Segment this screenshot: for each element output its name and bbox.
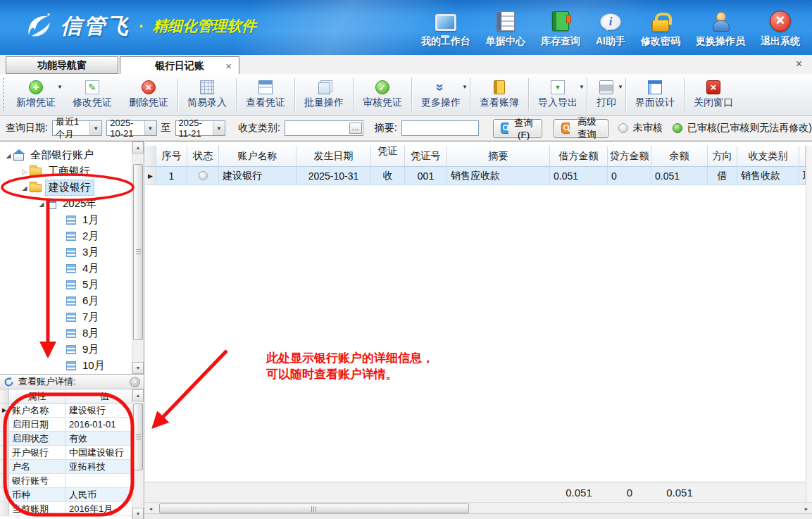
audit-voucher-button[interactable]: 审核凭证 <box>354 74 411 115</box>
date-preset-select[interactable]: 最近1个月 ▼ <box>52 120 102 136</box>
col-header-status[interactable]: 状态 <box>187 146 219 167</box>
tree-item-month-9[interactable]: 9月 <box>0 342 144 358</box>
simple-entry-button[interactable]: 简易录入 <box>179 74 235 115</box>
date-to-dropdown-icon[interactable]: ▼ <box>213 121 225 135</box>
tree-item-icbc[interactable]: 工商银行 <box>0 163 144 180</box>
tree-item-month-2[interactable]: 2月 <box>0 228 144 244</box>
exit-system-button[interactable]: 退出系统 <box>753 8 808 49</box>
col-header-summary[interactable]: 摘要 <box>447 146 550 167</box>
query-button[interactable]: 查询(F) <box>493 119 542 138</box>
scroll-left-icon[interactable]: ◄ <box>145 503 156 514</box>
print-button[interactable]: 打印 ▼ <box>588 74 625 115</box>
import-export-dropdown-caret[interactable]: ▼ <box>579 84 585 90</box>
delete-voucher-button[interactable]: 删除凭证 <box>120 74 177 115</box>
tree-item-month-6[interactable]: 6月 <box>0 293 144 309</box>
category-label: 收支类别: <box>238 122 280 135</box>
tree-scrollbar-thumb[interactable] <box>133 164 143 340</box>
add-voucher-dropdown-caret[interactable]: ▼ <box>57 84 63 90</box>
detail-row-current-period[interactable]: 当前账期 2016年1月 <box>0 502 144 516</box>
detail-row-currency[interactable]: 币种 人民币 <box>0 488 144 502</box>
date-to-picker[interactable]: 2025-11-21 ▼ <box>175 120 225 136</box>
category-more-icon[interactable]: … <box>349 123 362 134</box>
tree-item-month-3[interactable]: 3月 <box>0 244 144 261</box>
view-ledger-button[interactable]: 查看账簿 <box>471 74 527 115</box>
close-window-button[interactable]: 关闭窗口 <box>685 74 742 115</box>
tree-scrollbar[interactable]: ▲ ▼ <box>132 142 144 374</box>
date-from-dropdown-icon[interactable]: ▼ <box>144 121 156 135</box>
add-voucher-button[interactable]: 新增凭证 ▼ <box>8 74 64 115</box>
expander-icon[interactable] <box>20 185 30 192</box>
tab-function-navigator-label: 功能导航窗 <box>37 59 87 72</box>
tree-scroll-up-icon[interactable]: ▲ <box>132 142 144 154</box>
detail-scroll-down-icon[interactable]: ▼ <box>132 508 144 519</box>
change-password-button[interactable]: 修改密码 <box>633 8 688 49</box>
scroll-right-icon[interactable]: ► <box>801 503 812 514</box>
tree-item-month-8[interactable]: 8月 <box>0 325 144 342</box>
audited-legend: 已审核(已审核则无法再修改) <box>673 122 812 135</box>
col-header-credit[interactable]: 贷方金额 <box>608 146 651 167</box>
more-actions-button[interactable]: 更多操作 ▼ <box>413 74 469 115</box>
col-header-category[interactable]: 收支类别 <box>737 146 799 167</box>
tab-function-navigator[interactable]: 功能导航窗 <box>6 56 118 74</box>
detail-row-status[interactable]: 启用状态 有效 <box>0 432 144 446</box>
toolbar-separator <box>684 78 685 111</box>
col-header-voucher-no[interactable]: 凭证号 <box>405 146 447 167</box>
col-header-date[interactable]: 发生日期 <box>296 146 371 167</box>
switch-operator-button[interactable]: 更换操作员 <box>688 8 753 49</box>
date-preset-dropdown-icon[interactable]: ▼ <box>89 121 101 135</box>
detail-row-account-name[interactable]: ▶ 账户名称 建设银行 <box>0 404 144 418</box>
tree-item-month-7[interactable]: 7月 <box>0 309 144 325</box>
detail-row-start-date[interactable]: 启用日期 2016-01-01 <box>0 418 144 432</box>
date-from-picker[interactable]: 2025-10-21 ▼ <box>106 120 156 136</box>
inventory-query-button[interactable]: 库存查询 <box>533 8 588 49</box>
col-header-voucher-type[interactable]: 凭证 <box>371 146 405 167</box>
journal-row-1[interactable]: ▶ 1 建设银行 2025-10-31 收 001 销售应收款 0.051 0 … <box>145 167 806 185</box>
ui-design-button[interactable]: 界面设计 <box>627 74 683 115</box>
expander-icon[interactable] <box>4 152 13 159</box>
tree-item-ccb[interactable]: 建设银行 <box>0 180 144 196</box>
col-header-seq[interactable]: 序号 <box>156 146 187 167</box>
toolbar-separator <box>236 78 237 111</box>
expander-icon[interactable] <box>37 201 46 208</box>
col-header-debit[interactable]: 借方金额 <box>550 146 608 167</box>
more-actions-dropdown-caret[interactable]: ▼ <box>462 84 468 90</box>
col-header-direction[interactable]: 方向 <box>708 146 737 167</box>
print-dropdown-caret[interactable]: ▼ <box>618 84 623 90</box>
tree-scroll-down-icon[interactable]: ▼ <box>132 362 144 374</box>
batch-operation-button[interactable]: 批量操作 <box>296 74 352 115</box>
tree-item-all-bank-accounts[interactable]: 全部银行账户 <box>0 147 144 163</box>
detail-row-bank[interactable]: 开户银行 中国建设银行 <box>0 446 144 460</box>
advanced-query-button[interactable]: 高级查询 <box>554 119 608 138</box>
workbench-button[interactable]: 我的工作台 <box>413 8 478 49</box>
toolbar-separator <box>177 78 178 111</box>
import-export-button[interactable]: 导入导出 ▼ <box>530 74 586 115</box>
toolbar-grip-handle[interactable] <box>1 78 6 111</box>
detail-row-account-no[interactable]: 银行账号 <box>0 474 144 488</box>
close-window-icon <box>706 80 720 94</box>
tab-bank-journal[interactable]: 银行日记账 × <box>120 56 239 75</box>
tree-item-month-4[interactable]: 4月 <box>0 261 144 277</box>
detail-scrollbar[interactable]: ▲ ▼ <box>132 389 144 519</box>
tree-item-month-5[interactable]: 5月 <box>0 277 144 293</box>
col-header-account[interactable]: 账户名称 <box>219 146 296 167</box>
tab-close-icon[interactable]: × <box>225 60 232 72</box>
detail-close-icon[interactable]: × <box>130 377 140 387</box>
detail-scrollbar-thumb[interactable] <box>133 404 143 470</box>
tree-item-month-1[interactable]: 1月 <box>0 212 144 228</box>
ai-assistant-button[interactable]: AI助手 <box>588 8 633 49</box>
col-header-balance[interactable]: 余额 <box>651 146 708 167</box>
grid-vertical-scrollbar[interactable] <box>806 146 812 502</box>
detail-scroll-up-icon[interactable]: ▲ <box>132 389 144 401</box>
refresh-icon[interactable] <box>4 377 14 387</box>
tabstrip-close-icon[interactable]: × <box>796 58 802 70</box>
tree-item-month-10[interactable]: 10月 <box>0 358 144 374</box>
grid-horizontal-scrollbar[interactable]: ◄ ► <box>145 502 812 514</box>
detail-row-holder[interactable]: 户名 亚拓科技 <box>0 460 144 474</box>
expander-icon[interactable] <box>20 168 30 175</box>
summary-input[interactable] <box>401 120 479 136</box>
document-center-button[interactable]: 单据中心 <box>478 8 533 49</box>
edit-voucher-button[interactable]: 修改凭证 <box>64 74 120 115</box>
tree-item-year-2025[interactable]: 2025年 <box>0 196 144 212</box>
hscrollbar-thumb[interactable] <box>159 504 469 513</box>
view-voucher-button[interactable]: 查看凭证 <box>237 74 294 115</box>
